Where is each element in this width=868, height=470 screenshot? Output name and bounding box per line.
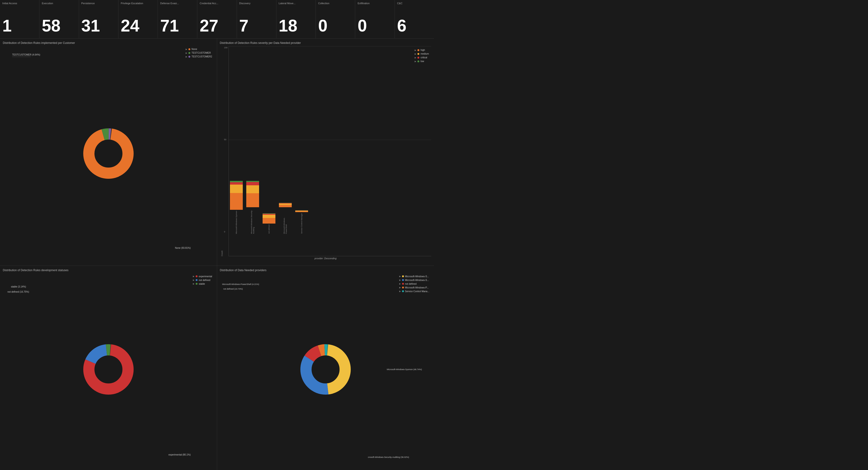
bar-segment (230, 184, 243, 193)
svg-point-0 (89, 134, 128, 173)
stat-cell-initial-access: Initial Access 1 (0, 0, 39, 38)
legend-item: ▶not defined (399, 283, 430, 285)
bar-group: Service Control Manager (295, 210, 308, 234)
x-axis-label: Microsoft-Windows-Sysmon (235, 211, 238, 234)
bar-group: Microsoft-Windows-PowerShell (279, 203, 292, 234)
panel3-chart-area: stable (3.14%) not defined (16.75%) expe… (3, 274, 214, 465)
legend-item: ▶Microsoft-Windows-P... (399, 286, 430, 289)
label-testcustomer: TESTCUSTOMER (4.64%) (12, 54, 40, 56)
panel-dataneeded-donut: Distribution of Data Needed providers Mi… (217, 266, 434, 470)
bar-segment (230, 182, 243, 184)
stat-cell-defense-evasi...: Defense Evasi... 71 (158, 0, 197, 38)
panel-devstatus-donut: Distribution of Detection Rules developm… (0, 266, 217, 470)
stat-cell-lateral-move...: Lateral Move... 18 (276, 0, 316, 38)
stat-cell-execution: Execution 58 (39, 0, 79, 38)
bar-segment (246, 185, 259, 193)
stat-cell-discovery: Discovery 7 (237, 0, 276, 38)
stats-bar: Initial Access 1 Execution 58 Persistenc… (0, 0, 434, 38)
stat-cell-privilege-escalation: Privilege Escalation 24 (119, 0, 158, 38)
stat-cell-exfiltration: Exfiltration 0 (355, 0, 395, 38)
bar-segment (246, 182, 259, 185)
stacked-bar[interactable] (279, 203, 292, 207)
legend-item: ▶TESTCUSTOMER (186, 52, 212, 54)
legend-item: ▶low (415, 60, 429, 62)
stacked-bar[interactable] (295, 210, 308, 212)
panel2-footer: provider: Descending (220, 257, 431, 260)
panel2-title: Distribution of Detection Rules severity… (220, 41, 431, 45)
label-notdefined: not defined (16.75%) (7, 291, 29, 293)
legend-item: ▶critical (415, 56, 429, 59)
x-axis-label: Microsoft-Windows-Security-Auditing (250, 208, 255, 234)
panel1-title: Distribution of Detection Rules implemen… (3, 41, 214, 45)
bar-segment (295, 211, 308, 212)
devstatus-donut-svg (81, 342, 136, 398)
label-powershell: Microsoft-Windows-PowerShell (4.21%) (222, 283, 259, 286)
stat-cell-c&c: C&C 6 (395, 0, 434, 38)
panel1-chart-area: TESTCUSTOMER (4.64%) None (93.81%) (3, 47, 214, 261)
stat-cell-credential-acc...: Credential Acc... 27 (197, 0, 237, 38)
x-axis-label: not defined (268, 225, 270, 234)
stacked-bar[interactable] (246, 181, 259, 207)
panel4-chart-area: Microsoft-Windows-PowerShell (4.21%) not… (220, 274, 431, 465)
label-none: None (93.81%) (175, 247, 190, 249)
bar-segment (246, 193, 259, 207)
label-experimental: experimental (80.1%) (168, 453, 190, 456)
stacked-bar[interactable] (230, 181, 243, 210)
bar-segment (230, 193, 243, 210)
stacked-bar[interactable] (262, 213, 275, 224)
bars-container: Microsoft-Windows-SysmonMicrosoft-Window… (228, 47, 431, 256)
legend-item: ▶Microsoft-Windows-S... (399, 275, 430, 278)
panel4-legend: ▶Microsoft-Windows-S...▶Microsoft-Window… (399, 275, 430, 294)
legend-item: ▶not defined (193, 279, 212, 282)
legend-item: ▶stable (193, 283, 212, 285)
dashboard: Distribution of Detection Rules implemen… (0, 38, 434, 470)
stat-cell-persistence: Persistence 31 (79, 0, 119, 38)
label-sysmon: Microsoft-Windows-Sysmon (46.74%) (387, 368, 422, 371)
label-securityauditing: crosoft-Windows-Security-Auditing (36.02… (368, 456, 409, 458)
panel-bar-severity: Distribution of Detection Rules severity… (217, 38, 434, 266)
label-line-tc (12, 57, 31, 57)
dataneeded-donut-svg (298, 342, 353, 398)
panel3-legend: ▶experimental▶not defined▶stable (193, 275, 212, 286)
panel4-title: Distribution of Data Needed providers (220, 269, 431, 272)
x-axis-label: Service Control Manager (301, 213, 303, 234)
legend-item: ▶None (186, 48, 212, 51)
panel2-legend: ▶high▶medium▶critical▶low (415, 49, 429, 64)
customer-donut-svg (81, 125, 136, 181)
label-notdefined-dn: not defined (10.73%) (223, 288, 243, 290)
legend-item: ▶high (415, 49, 429, 51)
legend-item: ▶TESTCUSTOMER2 (186, 55, 212, 58)
legend-item: ▶medium (415, 53, 429, 55)
y-axis-ticks: 100 50 0 (224, 47, 228, 256)
bar-group: Microsoft-Windows-Security-Auditing (246, 181, 259, 234)
bar-segment (262, 218, 275, 224)
panel3-title: Distribution of Detection Rules developm… (3, 269, 214, 272)
x-axis-label: Microsoft-Windows-PowerShell (283, 208, 287, 234)
stat-cell-collection: Collection 0 (316, 0, 355, 38)
bar-group: not defined (262, 213, 275, 234)
legend-item: ▶experimental (193, 275, 212, 278)
bar-group: Microsoft-Windows-Sysmon (230, 181, 243, 234)
legend-item: ▶Service Control Mana... (399, 290, 430, 293)
legend-item: ▶Microsoft-Windows-S... (399, 279, 430, 282)
label-stable: stable (3.14%) (11, 286, 26, 288)
bar-segment (262, 215, 275, 218)
y-axis-count-label: Count (220, 47, 224, 256)
bar-segment (279, 205, 292, 207)
panel1-legend: ▶None▶TESTCUSTOMER▶TESTCUSTOMER2 (186, 48, 212, 59)
panel-customer-donut: Distribution of Detection Rules implemen… (0, 38, 217, 266)
